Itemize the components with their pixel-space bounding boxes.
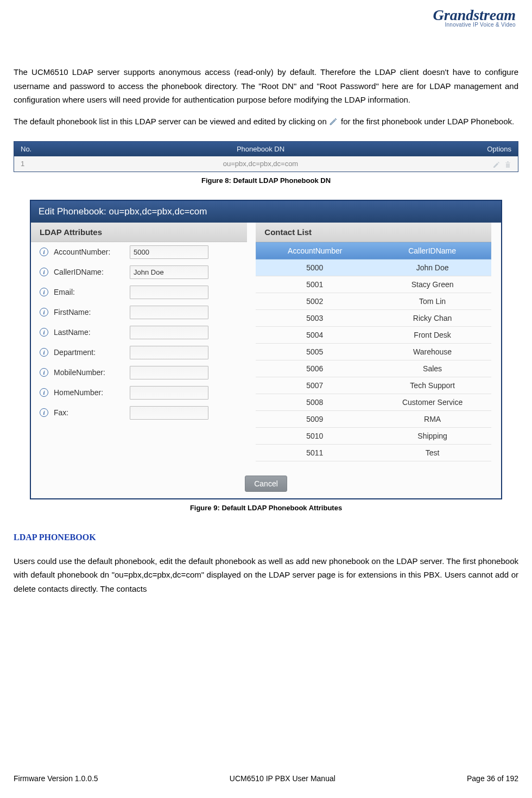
- dialog-title: Edit Phonebook: ou=pbx,dc=pbx,dc=com: [31, 201, 501, 223]
- info-icon[interactable]: i: [40, 268, 48, 276]
- attribute-row: iHomeNumber:: [31, 383, 247, 403]
- attribute-input[interactable]: [130, 306, 208, 319]
- contact-acct: 5010: [256, 428, 373, 444]
- edit-icon[interactable]: [490, 160, 500, 168]
- contact-name: Front Desk: [373, 327, 491, 343]
- ldap-attributes-header: LDAP Attributes: [31, 223, 247, 242]
- contact-name: John Doe: [373, 259, 491, 276]
- contact-list-col-headers: AccountNumber CallerIDName: [256, 242, 491, 259]
- attribute-row: iDepartment:: [31, 343, 247, 363]
- attribute-input[interactable]: [130, 326, 208, 339]
- figure-8-header-row: No. Phonebook DN Options: [14, 142, 518, 156]
- figure-8-data-row: 1 ou=pbx,dc=pbx,dc=com: [14, 156, 518, 172]
- contact-name: Tom Lin: [373, 293, 491, 309]
- attribute-row: iMobileNumber:: [31, 363, 247, 383]
- contact-acct: 5005: [256, 344, 373, 360]
- col-dn-header: Phonebook DN: [53, 145, 468, 153]
- info-icon[interactable]: i: [40, 328, 48, 337]
- paragraph-2a: The default phonebook list in this LDAP …: [14, 117, 329, 126]
- brand-tagline: Innovative IP Voice & Video: [433, 22, 516, 28]
- info-icon[interactable]: i: [40, 308, 48, 316]
- contact-row[interactable]: 5004Front Desk: [256, 327, 491, 344]
- contact-acct: 5008: [256, 394, 373, 410]
- info-icon[interactable]: i: [40, 368, 48, 377]
- contact-row[interactable]: 5005Warehouse: [256, 344, 491, 360]
- contact-name: Customer Service: [373, 394, 491, 410]
- attribute-label: Fax:: [54, 408, 124, 417]
- contact-acct: 5006: [256, 360, 373, 377]
- figure-8-table: No. Phonebook DN Options 1 ou=pbx,dc=pbx…: [14, 141, 518, 172]
- attribute-input[interactable]: [130, 346, 208, 359]
- paragraph-2b: for the first phonebook under LDAP Phone…: [341, 117, 514, 126]
- attribute-label: LastName:: [54, 328, 124, 337]
- cell-options: [468, 160, 511, 168]
- attribute-input[interactable]: [130, 406, 208, 420]
- contact-name: Sales: [373, 360, 491, 377]
- attribute-input[interactable]: [130, 265, 208, 279]
- contact-row[interactable]: 5009RMA: [256, 411, 491, 428]
- contact-name: Shipping: [373, 428, 491, 444]
- brand-logo: Grandstream Innovative IP Voice & Video: [433, 8, 516, 28]
- contact-list-header: Contact List: [256, 223, 491, 242]
- ldap-phonebook-heading: LDAP PHONEBOOK: [14, 533, 518, 542]
- attribute-row: iAccountNumber:: [31, 242, 247, 262]
- cancel-button[interactable]: Cancel: [245, 476, 287, 492]
- cell-no: 1: [21, 160, 53, 168]
- attribute-row: iFirstName:: [31, 302, 247, 322]
- contact-name-col: CallerIDName: [373, 243, 491, 259]
- contact-acct: 5011: [256, 445, 373, 461]
- footer-title: UCM6510 IP PBX User Manual: [230, 774, 335, 783]
- attribute-input[interactable]: [130, 386, 208, 400]
- contact-name: Stacy Green: [373, 276, 491, 293]
- contact-acct: 5000: [256, 259, 373, 276]
- paragraph-3: Users could use the default phonebook, e…: [14, 554, 518, 596]
- contact-row[interactable]: 5002Tom Lin: [256, 293, 491, 310]
- page-footer: Firmware Version 1.0.0.5 UCM6510 IP PBX …: [14, 774, 518, 783]
- contact-row[interactable]: 5000John Doe: [256, 259, 491, 276]
- contact-name: Warehouse: [373, 344, 491, 360]
- contact-acct: 5002: [256, 293, 373, 309]
- brand-name: Grandstream: [433, 8, 516, 22]
- contact-row[interactable]: 5008Customer Service: [256, 394, 491, 411]
- col-options-header: Options: [468, 145, 511, 153]
- info-icon[interactable]: i: [40, 248, 48, 256]
- contact-name: Tech Support: [373, 377, 491, 394]
- cell-dn: ou=pbx,dc=pbx,dc=com: [53, 160, 468, 168]
- contact-row[interactable]: 5001Stacy Green: [256, 276, 491, 293]
- attribute-label: Email:: [54, 288, 124, 296]
- contact-acct: 5009: [256, 411, 373, 427]
- attribute-label: AccountNumber:: [54, 248, 124, 256]
- attribute-label: MobileNumber:: [54, 368, 124, 377]
- contact-row[interactable]: 5003Ricky Chan: [256, 310, 491, 327]
- contact-name: Test: [373, 445, 491, 461]
- contact-row[interactable]: 5006Sales: [256, 360, 491, 377]
- attribute-input[interactable]: [130, 366, 208, 379]
- footer-firmware: Firmware Version 1.0.0.5: [14, 774, 98, 783]
- col-no-header: No.: [21, 145, 53, 153]
- info-icon[interactable]: i: [40, 288, 48, 296]
- attribute-row: iLastName:: [31, 322, 247, 343]
- attribute-row: iEmail:: [31, 282, 247, 302]
- info-icon[interactable]: i: [40, 388, 48, 397]
- attribute-label: Department:: [54, 348, 124, 357]
- contact-acct: 5003: [256, 310, 373, 326]
- footer-page: Page 36 of 192: [467, 774, 518, 783]
- attribute-input[interactable]: [130, 286, 208, 299]
- contact-acct: 5001: [256, 276, 373, 293]
- contact-acct-col: AccountNumber: [256, 243, 373, 259]
- contact-acct: 5007: [256, 377, 373, 394]
- contact-list-panel: Contact List AccountNumber CallerIDName …: [247, 223, 501, 472]
- info-icon[interactable]: i: [40, 348, 48, 357]
- contact-name: Ricky Chan: [373, 310, 491, 326]
- edit-icon: [329, 116, 339, 123]
- attribute-input[interactable]: [130, 245, 208, 259]
- contact-row[interactable]: 5010Shipping: [256, 428, 491, 445]
- ldap-attributes-panel: LDAP Attributes iAccountNumber:iCallerID…: [31, 223, 247, 472]
- info-icon[interactable]: i: [40, 408, 48, 417]
- contact-row[interactable]: 5007Tech Support: [256, 377, 491, 394]
- delete-icon[interactable]: [502, 160, 511, 168]
- figure-8-caption: Figure 8: Default LDAP Phonebook DN: [14, 176, 518, 185]
- contact-row[interactable]: 5011Test: [256, 445, 491, 461]
- figure-9-dialog: Edit Phonebook: ou=pbx,dc=pbx,dc=com LDA…: [30, 200, 502, 499]
- figure-9-caption: Figure 9: Default LDAP Phonebook Attribu…: [14, 504, 518, 512]
